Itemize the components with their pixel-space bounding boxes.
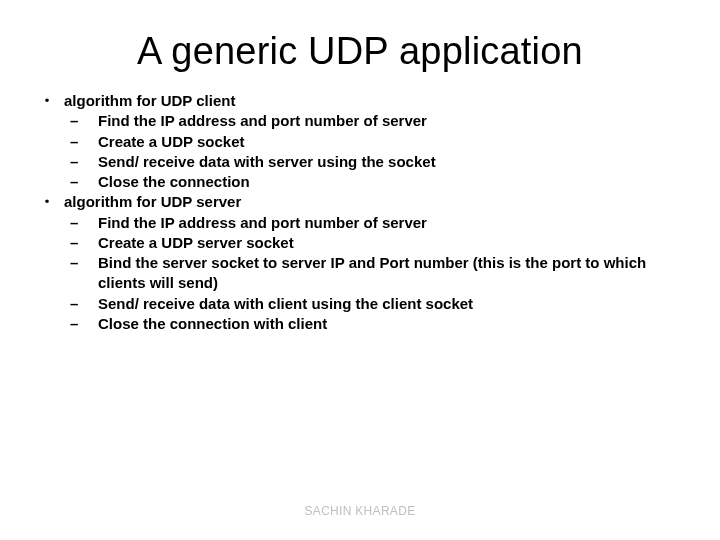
- sub-bullet-text: Send/ receive data with server using the…: [98, 152, 690, 172]
- sub-bullet-item: – Close the connection with client: [30, 314, 690, 334]
- sub-bullet-text: Find the IP address and port number of s…: [98, 111, 690, 131]
- bullet-dot-icon: •: [30, 192, 64, 212]
- sub-bullet-text: Find the IP address and port number of s…: [98, 213, 690, 233]
- sub-bullet-text: Close the connection with client: [98, 314, 690, 334]
- bullet-dash-icon: –: [64, 253, 98, 294]
- bullet-dash-icon: –: [64, 314, 98, 334]
- sub-bullet-item: – Send/ receive data with client using t…: [30, 294, 690, 314]
- slide-footer: SACHIN KHARADE: [0, 504, 720, 518]
- sub-bullet-item: – Create a UDP server socket: [30, 233, 690, 253]
- slide-title: A generic UDP application: [30, 30, 690, 73]
- sub-bullet-text: Bind the server socket to server IP and …: [98, 253, 690, 294]
- bullet-dash-icon: –: [64, 233, 98, 253]
- bullet-item: • algorithm for UDP server: [30, 192, 690, 212]
- sub-bullet-item: – Close the connection: [30, 172, 690, 192]
- bullet-item: • algorithm for UDP client: [30, 91, 690, 111]
- bullet-dash-icon: –: [64, 111, 98, 131]
- bullet-dash-icon: –: [64, 172, 98, 192]
- bullet-dot-icon: •: [30, 91, 64, 111]
- sub-bullet-text: Close the connection: [98, 172, 690, 192]
- slide: A generic UDP application • algorithm fo…: [0, 0, 720, 540]
- bullet-text: algorithm for UDP client: [64, 91, 690, 111]
- bullet-dash-icon: –: [64, 213, 98, 233]
- bullet-dash-icon: –: [64, 132, 98, 152]
- bullet-text: algorithm for UDP server: [64, 192, 690, 212]
- sub-bullet-item: – Create a UDP socket: [30, 132, 690, 152]
- sub-bullet-text: Create a UDP server socket: [98, 233, 690, 253]
- sub-bullet-item: – Find the IP address and port number of…: [30, 213, 690, 233]
- sub-bullet-text: Send/ receive data with client using the…: [98, 294, 690, 314]
- sub-bullet-item: – Send/ receive data with server using t…: [30, 152, 690, 172]
- sub-bullet-item: – Bind the server socket to server IP an…: [30, 253, 690, 294]
- sub-bullet-text: Create a UDP socket: [98, 132, 690, 152]
- bullet-dash-icon: –: [64, 294, 98, 314]
- sub-bullet-item: – Find the IP address and port number of…: [30, 111, 690, 131]
- bullet-dash-icon: –: [64, 152, 98, 172]
- slide-content: • algorithm for UDP client – Find the IP…: [30, 91, 690, 334]
